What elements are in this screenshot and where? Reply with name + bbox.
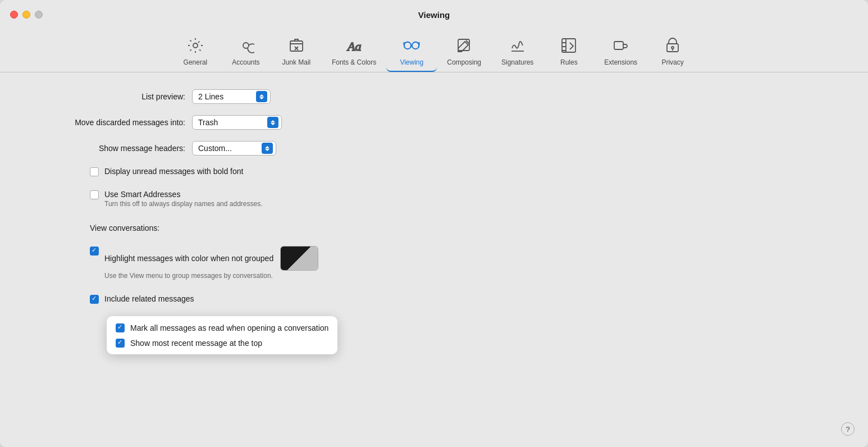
- list-preview-row: List preview: 2 Lines None 1 Line 3 Line…: [34, 89, 834, 104]
- maximize-button[interactable]: [35, 11, 43, 19]
- list-preview-select[interactable]: 2 Lines None 1 Line 3 Lines 4 Lines 5 Li…: [192, 89, 271, 104]
- conversations-section-header: View conversations:: [90, 224, 834, 232]
- show-headers-row: Show message headers: Custom... Default …: [34, 141, 834, 156]
- svg-rect-2: [290, 41, 303, 51]
- svg-text:Aa: Aa: [346, 39, 361, 53]
- related-checkbox-label-group: Include related messages: [104, 294, 194, 303]
- bold-checkbox-label: Display unread messages with bold font: [104, 167, 243, 176]
- smart-checkbox-label-group: Use Smart Addresses Turn this off to alw…: [104, 190, 262, 208]
- color-swatch-inner: [281, 247, 318, 270]
- toolbar-item-signatures[interactable]: Signatures: [491, 34, 543, 72]
- bold-checkbox-label-group: Display unread messages with bold font: [104, 167, 243, 176]
- show-headers-select-wrapper: Custom... Default All: [192, 141, 276, 156]
- toolbar-item-composing[interactable]: Composing: [437, 34, 491, 72]
- show-headers-select[interactable]: Custom... Default All: [192, 141, 276, 156]
- recent-checkbox-label: Show most recent message at the top: [130, 339, 262, 348]
- svg-point-4: [404, 42, 411, 49]
- move-discarded-label: Move discarded messages into:: [34, 118, 185, 127]
- window: Viewing General Accounts: [0, 0, 868, 447]
- highlight-checkbox-label: Highlight messages with color when not g…: [104, 254, 273, 263]
- move-discarded-row: Move discarded messages into: Trash Arch…: [34, 115, 834, 130]
- privacy-label: Privacy: [661, 58, 683, 66]
- smart-checkbox-sublabel: Turn this off to always display names an…: [104, 200, 262, 208]
- smart-checkbox[interactable]: [90, 190, 99, 199]
- smart-checkbox-row: Use Smart Addresses Turn this off to alw…: [90, 190, 834, 208]
- extensions-label: Extensions: [604, 58, 637, 66]
- help-label: ?: [846, 425, 849, 434]
- highlight-checkbox-label-group: Highlight messages with color when not g…: [104, 246, 318, 280]
- viewing-label: Viewing: [400, 58, 423, 66]
- list-preview-label: List preview:: [34, 92, 185, 101]
- smart-checkbox-label: Use Smart Addresses: [104, 190, 262, 199]
- toolbar-item-privacy[interactable]: Privacy: [647, 34, 698, 72]
- title-bar: Viewing: [0, 0, 868, 29]
- toolbar-item-accounts[interactable]: Accounts: [221, 34, 271, 72]
- composing-label: Composing: [447, 58, 481, 66]
- rules-icon: [560, 37, 577, 56]
- close-button[interactable]: [10, 11, 18, 19]
- fonts-icon: Aa: [346, 37, 363, 56]
- accounts-label: Accounts: [232, 58, 259, 66]
- junk-icon: [288, 37, 305, 56]
- traffic-lights: [10, 11, 43, 19]
- toolbar: General Accounts Junk Mail: [0, 29, 868, 72]
- extensions-icon: [613, 37, 629, 56]
- help-button[interactable]: ?: [841, 422, 855, 436]
- list-preview-select-wrapper: 2 Lines None 1 Line 3 Lines 4 Lines 5 Li…: [192, 89, 271, 104]
- content-area: List preview: 2 Lines None 1 Line 3 Line…: [0, 72, 868, 447]
- signatures-label: Signatures: [501, 58, 533, 66]
- mark-read-checkbox-row: Mark all messages as read when opening a…: [116, 323, 328, 332]
- move-discarded-select-wrapper: Trash Archive: [192, 115, 282, 130]
- related-checkbox[interactable]: [90, 295, 99, 304]
- toolbar-item-rules[interactable]: Rules: [543, 34, 594, 72]
- svg-point-0: [193, 43, 198, 48]
- glasses-icon: [403, 37, 420, 56]
- highlight-checkbox-sublabel: Use the View menu to group messages by c…: [104, 272, 318, 280]
- rules-label: Rules: [560, 58, 578, 66]
- fonts-colors-label: Fonts & Colors: [332, 58, 376, 66]
- svg-point-1: [243, 43, 249, 48]
- window-title: Viewing: [418, 10, 450, 20]
- move-discarded-select[interactable]: Trash Archive: [192, 115, 282, 130]
- recent-checkbox[interactable]: [116, 339, 125, 348]
- svg-point-5: [412, 42, 419, 49]
- recent-checkbox-row: Show most recent message at the top: [116, 338, 328, 348]
- general-label: General: [184, 58, 208, 66]
- minimize-button[interactable]: [22, 11, 30, 19]
- gear-icon: [187, 37, 204, 56]
- signatures-icon: [509, 37, 526, 56]
- bold-checkbox-row: Display unread messages with bold font: [90, 167, 834, 176]
- toolbar-item-general[interactable]: General: [170, 34, 221, 72]
- highlight-checkbox[interactable]: [90, 247, 99, 256]
- highlight-checkbox-row: Highlight messages with color when not g…: [90, 246, 834, 280]
- mark-read-checkbox-label: Mark all messages as read when opening a…: [130, 323, 328, 332]
- privacy-icon: [664, 37, 681, 56]
- toolbar-item-extensions[interactable]: Extensions: [594, 34, 647, 72]
- toolbar-item-junk-mail[interactable]: Junk Mail: [271, 34, 322, 72]
- compose-icon: [456, 37, 473, 56]
- svg-point-10: [671, 47, 674, 49]
- related-checkbox-label: Include related messages: [104, 294, 194, 303]
- toolbar-item-fonts-colors[interactable]: Aa Fonts & Colors: [322, 34, 386, 72]
- mark-read-checkbox[interactable]: [116, 323, 125, 332]
- related-checkbox-row: Include related messages: [90, 294, 834, 304]
- color-swatch[interactable]: [280, 246, 318, 271]
- junk-mail-label: Junk Mail: [282, 58, 311, 66]
- at-icon: [237, 37, 254, 56]
- svg-rect-8: [614, 42, 623, 49]
- toolbar-item-viewing[interactable]: Viewing: [386, 34, 437, 72]
- bold-checkbox[interactable]: [90, 167, 99, 176]
- popup-card: Mark all messages as read when opening a…: [107, 316, 337, 354]
- show-headers-label: Show message headers:: [34, 144, 185, 153]
